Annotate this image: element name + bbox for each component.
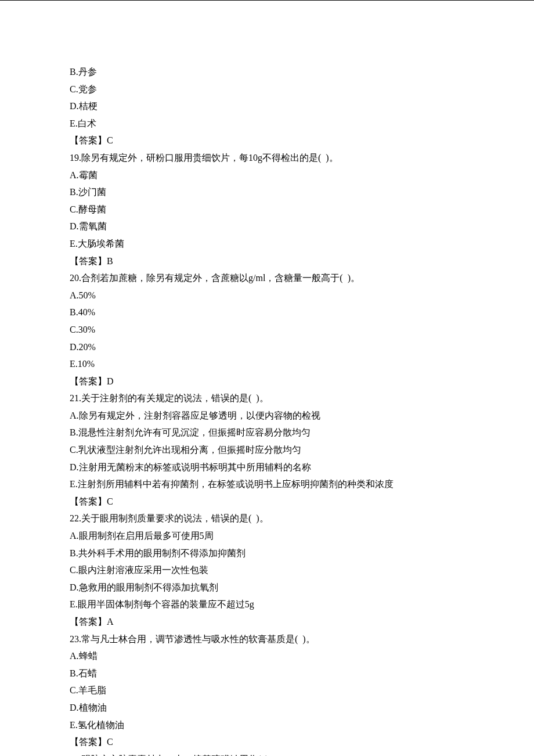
text-line: C.30%	[70, 321, 464, 339]
text-line: E.眼用半固体制剂每个容器的装量应不超过5g	[70, 596, 464, 613]
text-line: D.急救用的眼用制剂不得添加抗氧剂	[70, 579, 464, 596]
text-line: A.霉菌	[70, 167, 464, 184]
text-line: 【答案】D	[70, 373, 464, 390]
text-line: 【答案】B	[70, 253, 464, 270]
text-line: D.植物油	[70, 699, 464, 717]
text-line: B.丹参	[70, 63, 464, 81]
text-line: C.党参	[70, 81, 464, 98]
text-line: 【答案】C	[70, 493, 464, 510]
text-line: 【答案】C	[70, 132, 464, 149]
document-page: B.丹参C.党参D.桔梗E.白术【答案】C19.除另有规定外，研粉口服用贵细饮片…	[0, 0, 534, 756]
text-line: A.50%	[70, 287, 464, 304]
text-line: 22.关于眼用制剂质量要求的说法，错误的是( )。	[70, 510, 464, 527]
text-line: 21.关于注射剂的有关规定的说法，错误的是( )。	[70, 390, 464, 407]
text-line: C.眼内注射溶液应采用一次性包装	[70, 561, 464, 579]
text-line: 24.明胶空心胶囊囊材中，十二烷基硫磺钠用作( )。	[70, 751, 464, 756]
text-line: 【答案】C	[70, 733, 464, 751]
text-line: C.酵母菌	[70, 201, 464, 218]
text-line: 19.除另有规定外，研粉口服用贵细饮片，每10g不得检出的是( )。	[70, 149, 464, 167]
text-line: A.蜂蜡	[70, 647, 464, 665]
text-line: B.共外科手术用的眼用制剂不得添加抑菌剂	[70, 545, 464, 562]
text-line: D.桔梗	[70, 98, 464, 115]
text-line: B.混悬性注射剂允许有可见沉淀，但振摇时应容易分散均匀	[70, 424, 464, 441]
text-line: E.氢化植物油	[70, 717, 464, 734]
text-line: 23.常与凡士林合用，调节渗透性与吸水性的软膏基质是( )。	[70, 631, 464, 648]
text-content: B.丹参C.党参D.桔梗E.白术【答案】C19.除另有规定外，研粉口服用贵细饮片…	[70, 63, 464, 756]
text-line: A.除另有规定外，注射剂容器应足够透明，以便内容物的检视	[70, 407, 464, 424]
text-line: E.注射剂所用辅料中若有抑菌剂，在标签或说明书上应标明抑菌剂的种类和浓度	[70, 476, 464, 493]
text-line: D.20%	[70, 339, 464, 356]
text-line: 20.合剂若加蔗糖，除另有规定外，含蔗糖以g/ml，含糖量一般高于( )。	[70, 269, 464, 287]
text-line: B.沙门菌	[70, 183, 464, 201]
text-line: A.眼用制剂在启用后最多可使用5周	[70, 527, 464, 545]
text-line: 【答案】A	[70, 613, 464, 631]
text-line: C.羊毛脂	[70, 682, 464, 699]
text-line: B.石蜡	[70, 665, 464, 682]
text-line: E.白术	[70, 115, 464, 132]
text-line: B.40%	[70, 304, 464, 321]
text-line: C.乳状液型注射剂允许出现相分离，但振摇时应分散均匀	[70, 441, 464, 459]
text-line: E.10%	[70, 355, 464, 373]
text-line: E.大肠埃希菌	[70, 235, 464, 253]
text-line: D.需氧菌	[70, 218, 464, 235]
text-line: D.注射用无菌粉末的标签或说明书标明其中所用辅料的名称	[70, 459, 464, 476]
